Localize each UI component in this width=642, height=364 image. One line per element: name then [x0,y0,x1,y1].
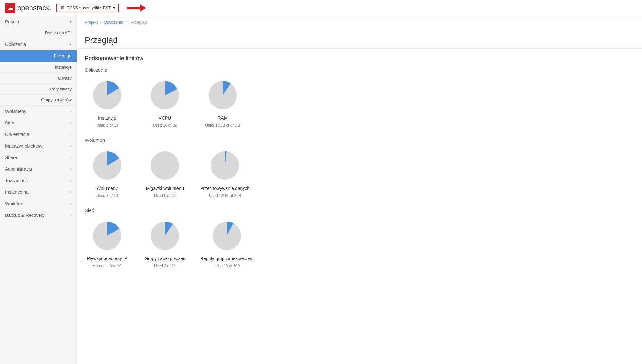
sidebar-label-obrazy: Obrazy [58,76,72,80]
chart-label-grupy-zabezpieczen: Grupy zabezpieczeń [144,256,185,261]
chart-sublabel-plywajace-ip: Allocated 3 of 10 [93,264,121,268]
page-title: Przegląd [85,35,634,45]
chevron-right-icon: › [70,155,72,160]
logo-text: openstack. [17,4,51,12]
pie-ram [205,78,240,113]
sidebar-item-pary-kluczy[interactable]: Pary kluczy [0,84,77,95]
chart-label-vcpu: VCPU [159,115,171,121]
sidebar-item-backup-recovery[interactable]: Backup & Recovery › [0,209,77,221]
siec-title: Sieć [85,207,634,213]
sidebar-label-wolumeny: Wolumeny [5,109,26,114]
sidebar-label-przeglad: Przegląd [54,53,72,58]
sidebar-item-administracja[interactable]: Administracja › [0,163,77,175]
obliczenia-title: Obliczenia [85,67,634,72]
sidebar-label-projekt: Projekt [5,19,19,24]
chevron-right-icon: › [70,178,72,183]
chart-label-wolumeny: Wolumeny [97,186,118,191]
chart-ram: RAM Used 10GB of 64GB [200,78,245,128]
main-content: Projekt / Obliczenia / Przegląd Przegląd… [77,16,642,364]
sidebar-label-administracja: Administracja [5,166,32,172]
sidebar-label-tozsamosc: Tożsamość [5,178,28,183]
layout: Projekt ▾ Dostęp do API Obliczenia ▾ Prz… [0,16,642,364]
wolumen-section: Wolumen Wolumeny Used 3 of 10 [85,137,634,198]
obliczenia-section: Obliczenia Instancje [85,67,634,128]
chart-sublabel-ram: Used 10GB of 64GB [205,123,240,128]
pie-migawki [147,148,183,183]
project-selector[interactable]: 🖥 PCSS • pszmydki • BST ▾ [56,4,119,12]
chart-sublabel-grupy-zabezpieczen: Used 3 of 20 [154,264,176,268]
chart-label-przechowywanie: Przechowywanie danych [200,186,250,191]
chart-migawki: Migawki wolumenu Used 0 of 10 [142,148,187,198]
breadcrumb-sep1: / [100,20,102,25]
sidebar-label-obliczenia: Obliczenia [5,42,26,47]
arrow-indicator [127,3,146,13]
wolumen-charts: Wolumeny Used 3 of 10 Migawki wolumenu U [85,148,634,198]
sidebar-item-obliczenia[interactable]: Obliczenia ▾ [0,38,77,50]
sidebar-item-workflow[interactable]: Workflow › [0,198,77,209]
sidebar-label-share: Share [5,155,17,160]
chevron-right-icon: › [70,121,72,125]
chevron-right-icon: › [70,109,72,114]
obliczenia-charts: Instancje Used 3 of 10 VCPU [85,78,634,128]
chart-label-reguly: Reguły grup zabezpieczeń [200,256,253,261]
sidebar-label-grupy-serwerow: Grupy serwerów [41,97,72,102]
logo: ☁ openstack. [5,3,51,13]
chevron-right-icon: › [70,190,72,194]
sidebar-label-workflow: Workflow [5,201,23,206]
chart-wolumeny: Wolumeny Used 3 of 10 [85,148,130,198]
sidebar-label-siec: Sieć [5,120,14,125]
breadcrumb-current: Przegląd [131,20,147,25]
pie-wolumeny [90,148,125,183]
sidebar: Projekt ▾ Dostęp do API Obliczenia ▾ Prz… [0,16,77,364]
sidebar-label-pary-kluczy: Pary kluczy [50,87,72,91]
chevron-right-icon: › [70,132,72,137]
chevron-right-icon: › [70,201,72,206]
siec-charts: Pływające adresy IP Allocated 3 of 10 [85,218,634,268]
sidebar-item-instance-ha[interactable]: Instance-ha › [0,186,77,198]
sidebar-item-share[interactable]: Share › [0,152,77,163]
pie-reguly [209,218,244,253]
sidebar-item-projekt[interactable]: Projekt ▾ [0,16,77,28]
chevron-right-icon: › [70,167,72,171]
sidebar-item-grupy-serwerow[interactable]: Grupy serwerów [0,95,77,106]
siec-section: Sieć Pływające adresy IP Allocated 3 [85,207,634,268]
chart-vcpu: VCPU Used 10 of 32 [142,78,187,128]
breadcrumb-projekt[interactable]: Projekt [85,20,98,25]
sidebar-item-orkiestracja[interactable]: Orkiestracja › [0,129,77,140]
chart-sublabel-wolumeny: Used 3 of 10 [96,193,118,198]
content-area: Podsumowanie limitów Obliczenia [77,49,642,284]
breadcrumb: Projekt / Obliczenia / Przegląd [77,16,642,29]
sidebar-label-backup-recovery: Backup & Recovery [5,213,45,218]
sidebar-label-magazyn: Magazyn obiektów [5,143,42,148]
pie-plywajace-ip [90,218,125,253]
sidebar-item-tozsamosc[interactable]: Tożsamość › [0,175,77,186]
sidebar-item-dostep-api[interactable]: Dostęp do API [0,28,77,38]
chevron-right-icon: › [70,213,72,217]
chart-plywajace-ip: Pływające adresy IP Allocated 3 of 10 [85,218,130,268]
dropdown-arrow-icon: ▾ [113,5,115,10]
chart-sublabel-migawki: Used 0 of 10 [154,193,176,198]
sidebar-label-dostep-api: Dostęp do API [45,30,72,35]
breadcrumb-obliczenia[interactable]: Obliczenia [104,20,123,25]
project-selector-label: PCSS • pszmydki • BST [66,5,111,10]
limits-section-title: Podsumowanie limitów [85,55,634,62]
chevron-down-icon: ▾ [70,42,72,47]
project-selector-icon: 🖥 [60,5,64,10]
logo-icon: ☁ [5,3,15,13]
sidebar-item-siec[interactable]: Sieć › [0,117,77,129]
pie-przechowywanie [207,148,243,183]
svg-point-6 [151,151,179,180]
page-header: Przegląd [77,29,642,49]
sidebar-item-magazyn-obiektow[interactable]: Magazyn obiektów › [0,140,77,152]
pie-vcpu [147,78,183,113]
sidebar-item-instancje[interactable]: Instancje [0,62,77,73]
chevron-down-icon: ▾ [70,20,72,24]
chart-sublabel-vcpu: Used 10 of 32 [153,123,177,128]
sidebar-item-wolumeny[interactable]: Wolumeny › [0,106,77,117]
chart-reguly: Reguły grup zabezpieczeń Used 13 of 100 [200,218,253,268]
sidebar-item-obrazy[interactable]: Obrazy [0,73,77,84]
chevron-right-icon: › [70,144,72,148]
chart-label-plywajace-ip: Pływające adresy IP [87,256,127,261]
pie-instancje [90,78,125,113]
sidebar-item-przeglad[interactable]: Przegląd [0,50,77,62]
